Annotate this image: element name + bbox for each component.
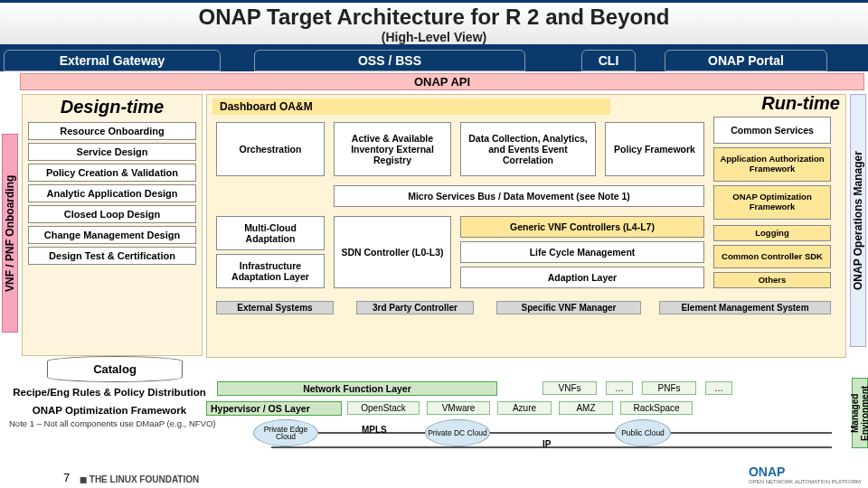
box-amz: AMZ (559, 401, 613, 415)
tab-onap-portal: ONAP Portal (665, 50, 827, 71)
box-design-test-cert: Design Test & Certification (28, 247, 196, 265)
vnf-onboarding-label: VNF / PNF Onboarding (2, 134, 18, 333)
box-active-inventory: Active & Available Inventory External Re… (334, 122, 451, 176)
box-external-systems: External Systems (216, 301, 334, 314)
box-logging: Logging (713, 225, 831, 241)
box-microservices-bus: Micro Services Bus / Data Movement (see … (334, 185, 704, 207)
runtime-title: Run-time (761, 93, 840, 114)
box-service-design: Service Design (28, 143, 196, 161)
main-area: VNF / PNF Onboarding ONAP Operations Man… (2, 94, 866, 365)
page-number: 7 (63, 471, 70, 484)
cloud-private-edge: Private Edge Cloud (253, 419, 318, 446)
cloud-public: Public Cloud (615, 419, 671, 446)
design-time-title: Design-time (23, 95, 202, 119)
tab-external-gateway: External Gateway (4, 50, 221, 71)
onap-logo-text: ONAP (749, 465, 785, 479)
box-rackspace: RackSpace (620, 401, 693, 415)
ip-line (271, 446, 832, 448)
box-app-auth-framework: Application Authorization Framework (713, 147, 831, 182)
top-tabs-row: External Gateway OSS / BSS CLI ONAP Port… (0, 50, 868, 71)
note-1: Note 1 – Not all components use DMaaP (e… (9, 418, 215, 428)
hypervisor-layer: Hypervisor / OS Layer (206, 401, 342, 416)
onap-logo-subtext: OPEN NETWORK AUTOMATION PLATFORM (749, 479, 861, 484)
box-common-controller-sdk: Common Controller SDK (713, 245, 831, 268)
box-onap-opt-framework: ONAP Optimization Framework (713, 185, 831, 220)
linux-foundation-text: THE LINUX FOUNDATION (90, 474, 199, 484)
label-onap-opt-framework: ONAP Optimization Framework (14, 405, 204, 416)
box-change-mgmt-design: Change Management Design (28, 226, 196, 244)
managed-environment-label: Managed Environment (852, 378, 868, 448)
runtime-area: Dashboard OA&M Run-time Orchestration Ac… (206, 94, 846, 358)
box-adaption-layer: Adaption Layer (460, 267, 704, 288)
box-common-services: Common Services (713, 117, 831, 144)
label-ip: IP (542, 439, 551, 449)
title-bar: ONAP Target Architecture for R 2 and Bey… (0, 0, 868, 50)
box-vnfs: VNFs (542, 381, 597, 395)
title-main: ONAP Target Architecture for R 2 and Bey… (0, 5, 868, 30)
box-generic-vnf-controllers: Generic VNF Controllers (L4-L7) (460, 216, 704, 238)
tab-cli: CLI (581, 50, 636, 71)
box-vmware: VMware (427, 401, 490, 415)
catalog-box: Catalog (47, 356, 183, 382)
box-policy-framework: Policy Framework (605, 122, 704, 176)
box-data-collection: Data Collection, Analytics, and Events E… (460, 122, 596, 176)
onap-api-bar: ONAP API (20, 73, 864, 90)
box-resource-onboarding: Resource Onboarding (28, 122, 196, 140)
design-time-column: Design-time Resource Onboarding Service … (22, 94, 203, 356)
box-openstack: OpenStack (347, 401, 420, 415)
mpls-line (271, 432, 832, 434)
box-closed-loop-design: Closed Loop Design (28, 205, 196, 223)
box-analytic-app-design: Analytic Application Design (28, 184, 196, 202)
label-mpls: MPLS (362, 425, 387, 435)
box-orchestration: Orchestration (216, 122, 325, 176)
title-sub: (High-Level View) (0, 30, 868, 44)
box-third-party-controller: 3rd Party Controller (356, 301, 474, 314)
dots-pnfs: … (705, 381, 732, 395)
box-pnfs: PNFs (642, 381, 696, 395)
label-recipe-policy: Recipe/Eng Rules & Policy Distribution (5, 387, 213, 398)
box-ems: Element Management System (659, 301, 831, 314)
box-sdn-controller: SDN Controller (L0-L3) (334, 216, 451, 288)
dots-vnfs: … (606, 381, 633, 395)
box-multi-cloud: Multi-Cloud Adaptation (216, 216, 325, 250)
box-others: Others (713, 272, 831, 288)
dashboard-oam-bar: Dashboard OA&M (212, 99, 610, 115)
box-specific-vnf-manager: Specific VNF Manager (496, 301, 641, 314)
box-infra-adaptation: Infrastructure Adaptation Layer (216, 254, 325, 288)
linux-foundation-logo: ◼ THE LINUX FOUNDATION (80, 474, 199, 484)
network-function-layer: Network Function Layer (217, 381, 497, 396)
onap-logo: ONAP OPEN NETWORK AUTOMATION PLATFORM (749, 465, 861, 484)
box-lifecycle-mgmt: Life Cycle Management (460, 241, 704, 263)
cloud-private-dc: Private DC Cloud (425, 419, 490, 446)
box-policy-creation: Policy Creation & Validation (28, 164, 196, 182)
box-azure: Azure (497, 401, 552, 415)
onap-ops-manager-label: ONAP Operations Manager (850, 94, 866, 347)
tab-oss-bss: OSS / BSS (254, 50, 525, 71)
